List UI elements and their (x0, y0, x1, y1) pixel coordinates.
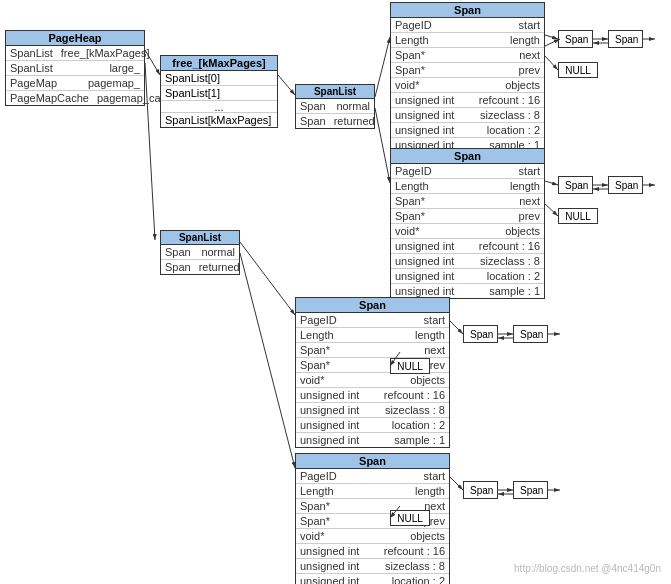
free-kmax-row-k: SpanList[kMaxPages] (161, 113, 277, 127)
span3-row-2: Length length (296, 328, 449, 343)
span4-row-6: unsigned int refcount : 16 (296, 544, 449, 559)
span-link-4b: Span (513, 481, 548, 499)
spanlist-bottom-header: SpanList (161, 231, 239, 245)
span2-row-6: unsigned int refcount : 16 (391, 239, 544, 254)
span2-row-9: unsigned int sample : 1 (391, 284, 544, 298)
svg-line-13 (545, 56, 558, 70)
pageheap-row-2: SpanList large_ (6, 61, 144, 76)
span1-row-4: Span* prev (391, 63, 544, 78)
spanlist-bottom-row-1: Span normal (161, 245, 239, 260)
span3-row-3: Span* next (296, 343, 449, 358)
spanlist-bottom-box: SpanList Span normal Span returned (160, 230, 240, 275)
span1-row-5: void* objects (391, 78, 544, 93)
svg-line-4 (145, 63, 155, 240)
svg-line-8 (545, 35, 558, 39)
span1-header: Span (391, 3, 544, 18)
null-label-4: NULL (390, 510, 430, 526)
span2-header: Span (391, 149, 544, 164)
svg-line-6 (375, 37, 390, 97)
null-label-2: NULL (558, 208, 598, 224)
span-link-3a: Span (463, 325, 498, 343)
span-link-2b: Span (608, 176, 643, 194)
free-kmax-box: free_[kMaxPages] SpanList[0] SpanList[1]… (160, 55, 278, 128)
span4-header: Span (296, 454, 449, 469)
spanlist-top-header: SpanList (296, 85, 374, 99)
span2-row-7: unsigned int sizeclass : 8 (391, 254, 544, 269)
spanlist-top-row-1: Span normal (296, 99, 374, 114)
svg-line-20 (240, 253, 295, 468)
null-label-3: NULL (390, 358, 430, 374)
span2-row-8: unsigned int location : 2 (391, 269, 544, 284)
span3-row-7: unsigned int sizeclass : 8 (296, 403, 449, 418)
span4-row-1: PageID start (296, 469, 449, 484)
span4-row-2: Length length (296, 484, 449, 499)
free-kmax-ellipsis: ... (161, 101, 277, 113)
svg-line-21 (450, 321, 463, 334)
span-link-1a: Span (558, 30, 593, 48)
pageheap-header: PageHeap (6, 31, 144, 46)
span2-row-5: void* objects (391, 224, 544, 239)
span-link-1b: Span (608, 30, 643, 48)
span1-row-3: Span* next (391, 48, 544, 63)
free-kmax-header: free_[kMaxPages] (161, 56, 277, 71)
span2-box: Span PageID start Length length Span* ne… (390, 148, 545, 299)
span3-header: Span (296, 298, 449, 313)
span1-row-8: unsigned int location : 2 (391, 123, 544, 138)
pageheap-row-4: PageMapCache pagemap_cache_ (6, 91, 144, 105)
span3-row-1: PageID start (296, 313, 449, 328)
span3-row-9: unsigned int sample : 1 (296, 433, 449, 447)
span3-row-5: void* objects (296, 373, 449, 388)
span-link-3b: Span (513, 325, 548, 343)
svg-line-18 (545, 204, 558, 216)
svg-line-19 (240, 242, 295, 315)
span1-row-6: unsigned int refcount : 16 (391, 93, 544, 108)
spanlist-top-row-2: Span returned (296, 114, 374, 128)
null-label-1: NULL (558, 62, 598, 78)
span1-box: Span PageID start Length length Span* ne… (390, 2, 545, 153)
span2-row-2: Length length (391, 179, 544, 194)
span3-row-8: unsigned int location : 2 (296, 418, 449, 433)
span1-row-2: Length length (391, 33, 544, 48)
span1-row-7: unsigned int sizeclass : 8 (391, 108, 544, 123)
svg-line-14 (545, 181, 558, 185)
free-kmax-row-0: SpanList[0] (161, 71, 277, 86)
span1-row-1: PageID start (391, 18, 544, 33)
svg-line-5 (278, 75, 295, 95)
diagram-container: PageHeap SpanList free_[kMaxPages] SpanL… (0, 0, 671, 584)
span4-row-7: unsigned int sizeclass : 8 (296, 559, 449, 574)
span-link-4a: Span (463, 481, 498, 499)
span3-row-6: unsigned int refcount : 16 (296, 388, 449, 403)
span4-row-5: void* objects (296, 529, 449, 544)
watermark: http://blog.csdn.net @4nc414g0n (514, 563, 661, 574)
svg-line-7 (375, 108, 390, 183)
span2-row-1: PageID start (391, 164, 544, 179)
span2-row-4: Span* prev (391, 209, 544, 224)
span4-row-8: unsigned int location : 2 (296, 574, 449, 584)
pageheap-row-1: SpanList free_[kMaxPages] (6, 46, 144, 61)
span-link-2a: Span (558, 176, 593, 194)
span2-row-3: Span* next (391, 194, 544, 209)
pageheap-row-3: PageMap pagemap_ (6, 76, 144, 91)
svg-line-26 (450, 477, 463, 490)
free-kmax-row-1: SpanList[1] (161, 86, 277, 101)
spanlist-top-box: SpanList Span normal Span returned (295, 84, 375, 129)
pageheap-box: PageHeap SpanList free_[kMaxPages] SpanL… (5, 30, 145, 106)
spanlist-bottom-row-2: Span returned (161, 260, 239, 274)
